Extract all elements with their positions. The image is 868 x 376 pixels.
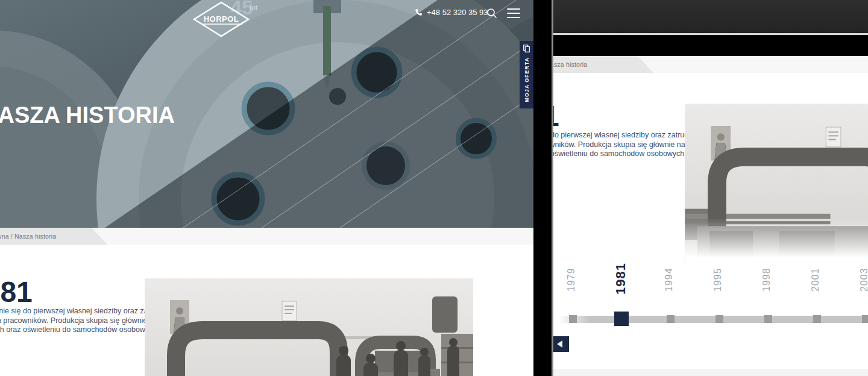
timeline-year-2003[interactable]: 2003 — [859, 268, 868, 309]
timeline-year-2001[interactable]: 2001 — [810, 268, 821, 309]
timeline-track — [553, 316, 868, 323]
side-tab-label: MOJA OFERTA — [524, 57, 530, 102]
arrow-left-icon — [557, 340, 562, 348]
timeline-prev-button[interactable] — [553, 336, 569, 352]
menu-icon[interactable] — [507, 8, 520, 18]
search-icon[interactable] — [486, 7, 498, 19]
brand-name: HORPOL — [204, 14, 239, 24]
hero-section: 45 lat HORPOL +48 52 320 35 93 MOJA OFER… — [0, 0, 533, 228]
history-year-heading: 1981 — [553, 102, 559, 131]
browser-window-left: 45 lat HORPOL +48 52 320 35 93 MOJA OFER… — [0, 0, 533, 376]
page-title: NASZA HISTORIA — [0, 102, 175, 128]
timeline-year-1981[interactable]: 1981 — [613, 263, 629, 309]
history-photo — [685, 104, 868, 265]
breadcrumb-band: Strona główna / Nasza historia — [0, 228, 533, 245]
timeline-year-1994[interactable]: 1994 — [664, 268, 675, 309]
timeline-marker-2001[interactable] — [813, 315, 821, 323]
phone-number: +48 52 320 35 93 — [427, 8, 488, 17]
timeline-year-1979[interactable]: 1979 — [566, 268, 577, 309]
timeline-marker-1998[interactable] — [764, 315, 772, 323]
history-year-heading: 1981 — [0, 278, 33, 307]
window-divider — [552, 0, 553, 376]
horpol-logo[interactable]: 45 lat HORPOL — [192, 0, 259, 37]
phone-icon — [415, 8, 423, 16]
timeline-marker-1995[interactable] — [715, 315, 723, 323]
browser-window-right: Strona główna / Nasza historia 1981 Prze… — [553, 0, 868, 376]
breadcrumb[interactable]: Strona główna / Nasza historia — [0, 233, 56, 240]
timeline-marker-1979[interactable] — [569, 315, 577, 323]
timeline-marker-2003[interactable] — [862, 315, 868, 323]
breadcrumb-band: Strona główna / Nasza historia — [553, 56, 868, 73]
black-bar — [553, 35, 868, 56]
side-tab-moja-oferta[interactable]: MOJA OFERTA — [520, 41, 533, 108]
anniversary-unit: lat — [250, 2, 258, 11]
hero-bottom-strip — [553, 0, 868, 33]
timeline-marker-1981[interactable] — [614, 312, 629, 326]
timeline-year-1998[interactable]: 1998 — [761, 268, 772, 309]
history-photo — [145, 278, 473, 376]
breadcrumb[interactable]: Strona główna / Nasza historia — [553, 61, 587, 68]
timeline-marker-1994[interactable] — [667, 315, 675, 323]
header-phone[interactable]: +48 52 320 35 93 — [415, 8, 488, 17]
offer-document-icon — [523, 45, 530, 52]
timeline-year-1995[interactable]: 1995 — [712, 268, 723, 309]
footer-band — [553, 369, 868, 376]
